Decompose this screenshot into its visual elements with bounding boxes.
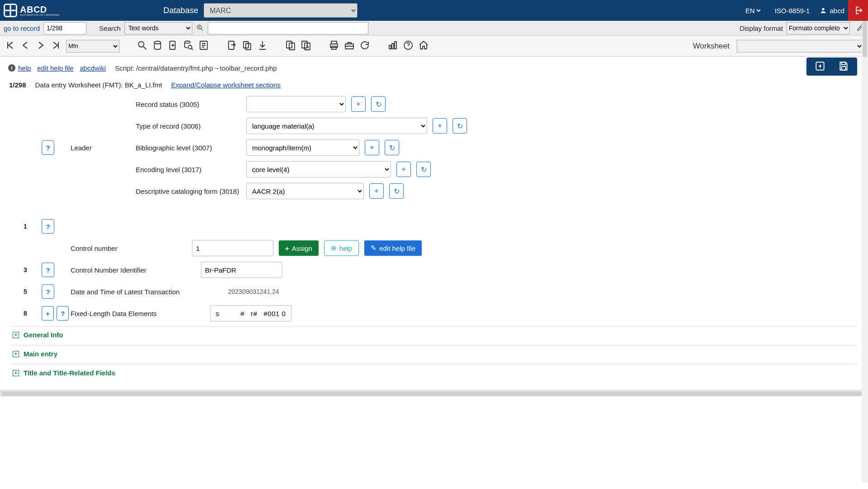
language-select[interactable]: EN [744, 6, 762, 15]
search-bar: go to record Search Text words Display f… [0, 21, 868, 36]
type-of-record-add-button[interactable]: + [433, 118, 447, 134]
svg-rect-19 [389, 45, 391, 49]
svg-rect-20 [392, 43, 394, 49]
logo-icon [4, 4, 17, 17]
search-type-select[interactable]: Text words [124, 22, 192, 34]
vertical-scrollbar[interactable] [862, 21, 868, 397]
database-label: Database [163, 6, 198, 15]
biblio-level-refresh-button[interactable]: ↻ [385, 140, 399, 155]
svg-point-0 [822, 8, 825, 10]
datetime-help-button[interactable]: ? [42, 284, 54, 299]
record-status-refresh-button[interactable]: ↻ [371, 96, 386, 112]
save-exit-icon[interactable] [814, 60, 826, 73]
new-record-icon[interactable] [167, 40, 178, 52]
svg-rect-8 [229, 41, 234, 49]
expand-icon: + [13, 351, 19, 357]
section-title: Title and Title-Related Fields [24, 369, 115, 377]
expand-icon: + [13, 332, 19, 338]
fixed-length-add-button[interactable]: + [42, 306, 54, 321]
last-record-icon[interactable] [51, 40, 62, 52]
home-icon[interactable] [418, 40, 429, 52]
search-zoom-icon[interactable] [196, 24, 204, 33]
section-title: Main entry [24, 350, 57, 358]
cat-form-add-button[interactable]: + [369, 183, 384, 199]
prev-record-icon[interactable] [20, 40, 31, 52]
record-status-select[interactable] [246, 96, 346, 112]
biblio-level-label: Bibliographic level (3007) [136, 141, 244, 154]
search-icon[interactable] [137, 40, 148, 52]
database-select[interactable]: MARC [204, 3, 358, 18]
cni-help-button[interactable]: ? [42, 263, 54, 277]
refresh-icon[interactable] [359, 40, 370, 52]
encoding-level-refresh-button[interactable]: ↻ [416, 162, 431, 177]
cat-form-select[interactable]: AACR 2(a) [246, 183, 364, 199]
abcdwiki-link[interactable]: abcdwiki [80, 64, 106, 72]
record-status-label: Record status (3005) [136, 98, 244, 111]
save-icon[interactable] [838, 60, 849, 73]
download-icon[interactable] [257, 40, 268, 52]
mfn-select[interactable]: Mfn [66, 40, 119, 53]
worksheet-label: Worksheet [693, 42, 730, 51]
encoding-label: ISO-8859-1 [775, 7, 810, 14]
next-record-icon[interactable] [35, 40, 46, 52]
section-general-info[interactable]: + General Info [11, 326, 857, 343]
db-search-icon[interactable] [183, 40, 194, 52]
expand-collapse-link[interactable]: Expand/Colapse worksheet sections [171, 81, 281, 89]
edit-copy-icon[interactable] [300, 40, 311, 52]
search-input[interactable] [208, 22, 368, 34]
control-number-input[interactable] [192, 240, 273, 256]
db-icon[interactable] [152, 40, 163, 52]
svg-point-5 [185, 41, 190, 43]
encoding-level-select[interactable]: core level(4) [246, 161, 391, 177]
section-title-related[interactable]: + Title and Title-Related Fields [11, 364, 857, 381]
stats-icon[interactable] [387, 40, 398, 52]
cni-input[interactable] [201, 262, 282, 278]
first-record-icon[interactable] [5, 40, 15, 52]
fixed-length-help-button[interactable]: ? [57, 306, 69, 321]
edit-help-link[interactable]: edit help file [37, 64, 73, 72]
control-number-help-btn[interactable]: ⊕ help [324, 240, 359, 256]
record-view-icon[interactable] [198, 40, 209, 52]
record-status-add-button[interactable]: + [351, 96, 366, 112]
username: abcd [830, 7, 844, 14]
section-main-entry[interactable]: + Main entry [11, 345, 857, 362]
control-number-help-button[interactable]: ? [42, 219, 54, 234]
datetime-value: 202309031241.24 [228, 288, 279, 295]
user-icon [820, 7, 827, 14]
goto-record-input[interactable] [43, 22, 86, 34]
record-header: 1/298 Data entry Worksheet (FMT): BK_a_L… [0, 79, 868, 93]
logout-button[interactable] [848, 0, 868, 21]
cat-form-label: Descriptive cataloging form (3018) [136, 185, 244, 198]
logout-icon [853, 5, 863, 15]
import-icon[interactable] [226, 40, 237, 52]
help-link[interactable]: help [18, 64, 31, 72]
assign-button[interactable]: +Assign [279, 240, 319, 256]
worksheet-desc: Data entry Worksheet (FMT): BK_a_LI.fmt [35, 81, 162, 89]
leader-help-button[interactable]: ? [42, 140, 54, 155]
copy-icon[interactable] [242, 40, 253, 52]
fixed-length-input[interactable] [210, 305, 291, 321]
encoding-level-add-button[interactable]: + [396, 162, 411, 177]
user-block[interactable]: abcd [820, 7, 844, 14]
worksheet-select[interactable] [737, 40, 863, 53]
goto-record-link[interactable]: go to record [4, 24, 40, 32]
display-format-select[interactable]: Formato completo [787, 22, 850, 34]
top-bar: ABCD AUTOMATION OF LIBRARIES Database MA… [0, 0, 868, 21]
help-icon[interactable] [403, 40, 414, 52]
encoding-level-label: Encoding level (3017) [136, 163, 244, 176]
svg-point-3 [154, 41, 161, 44]
biblio-level-add-button[interactable]: + [365, 140, 379, 155]
type-of-record-refresh-button[interactable]: ↻ [453, 118, 467, 134]
brand-tagline: AUTOMATION OF LIBRARIES [20, 14, 59, 16]
control-number-edit-help-btn[interactable]: ✎ edit help file [364, 240, 422, 256]
biblio-level-select[interactable]: monograph/item(m) [246, 139, 359, 156]
cat-form-refresh-button[interactable]: ↻ [389, 183, 404, 199]
toolbox-icon[interactable] [344, 40, 355, 52]
svg-rect-15 [331, 41, 337, 44]
horizontal-scrollbar[interactable] [0, 390, 868, 397]
type-of-record-label: Type of record (3006) [136, 120, 244, 133]
search-label: Search [99, 24, 121, 32]
type-of-record-select[interactable]: language material(a) [246, 118, 427, 134]
duplicate-icon[interactable] [285, 40, 296, 52]
print-icon[interactable] [329, 40, 339, 52]
